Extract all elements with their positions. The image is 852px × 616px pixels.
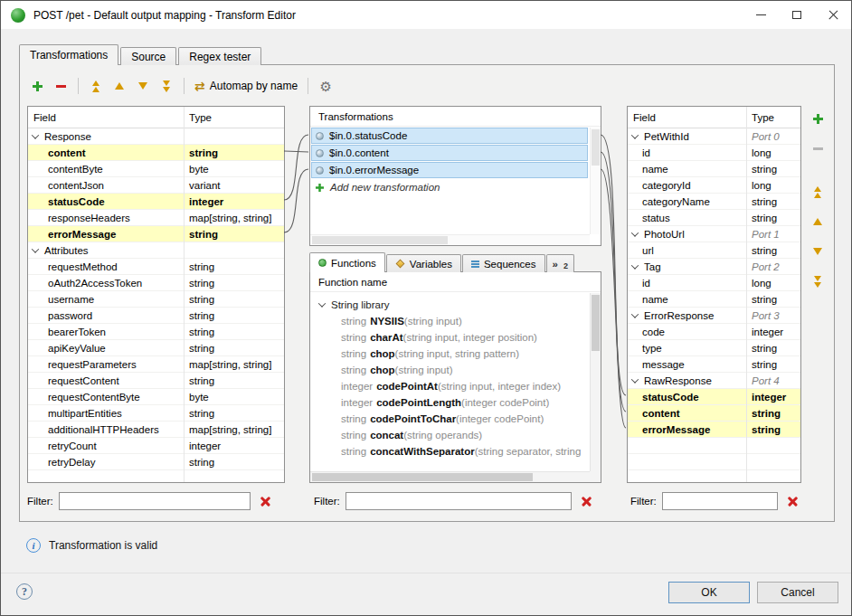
table-row[interactable]: ErrorResponsePort 3 [628,308,800,324]
table-row[interactable]: categoryIdlong [628,177,800,194]
function-item[interactable]: integercodePointAt(string input, integer… [310,378,601,394]
horizontal-scrollbar[interactable] [310,471,590,482]
expand-chevron-icon[interactable] [631,229,639,236]
table-row[interactable]: multipartEntitiesstring [28,405,284,422]
table-row[interactable]: TagPort 2 [628,259,800,275]
table-row[interactable]: additionalHTTPHeadersmap[string, string] [28,422,284,438]
table-row[interactable]: errorMessagestring [628,422,800,438]
add-new-transformation-button[interactable]: Add new transformation [310,179,601,195]
string-library-node[interactable]: String library [310,297,601,313]
expand-chevron-icon[interactable] [32,131,39,138]
move-field-up-button[interactable] [808,211,828,232]
table-row[interactable]: statusCodeinteger [628,389,800,405]
tab-transformations[interactable]: Transformations [19,44,118,65]
move-field-top-button[interactable] [808,181,828,203]
table-row[interactable]: requestMethodstring [28,259,284,275]
function-item[interactable]: stringNYSIIS(string input) [310,313,601,329]
table-row[interactable] [628,438,800,454]
table-row[interactable]: namestring [628,161,800,177]
table-row[interactable]: codeinteger [628,324,800,340]
close-button[interactable] [815,1,851,29]
clear-filter-button[interactable] [787,496,799,507]
table-row[interactable]: requestParametersmap[string, string] [28,356,284,373]
table-row[interactable]: errorMessagestring [28,226,284,242]
table-row[interactable]: contentstring [28,145,284,161]
add-output-field-button[interactable] [808,108,828,129]
table-row[interactable]: messagestring [628,356,800,373]
function-item[interactable]: stringconcatWithSeparator(string separat… [310,443,601,460]
output-filter-field[interactable] [662,492,778,510]
move-field-bottom-button[interactable] [808,270,828,292]
input-filter-field[interactable] [59,492,251,510]
help-button[interactable] [16,583,33,600]
transformation-item[interactable]: $in.0.statusCode [311,128,588,144]
function-item[interactable]: stringcharAt(string input, integer posit… [310,329,601,346]
tab-functions[interactable]: Functions [309,252,385,272]
mapping-settings-button[interactable]: ⚙ [316,75,336,97]
table-row[interactable]: contentBytebyte [28,161,284,177]
horizontal-scrollbar[interactable] [310,234,590,245]
tab-regex-tester[interactable]: Regex tester [178,47,261,65]
move-down-button[interactable] [133,75,153,97]
table-row[interactable]: usernamestring [28,291,284,308]
table-row[interactable]: idlong [628,145,800,161]
table-row[interactable]: contentJsonvariant [28,177,284,194]
cancel-button[interactable]: Cancel [757,582,838,603]
add-field-button[interactable] [27,75,47,97]
table-row[interactable]: Response [28,128,284,145]
expand-chevron-icon[interactable] [32,245,39,252]
table-row[interactable]: PetWithIdPort 0 [628,128,800,145]
move-bottom-button[interactable] [156,75,176,97]
functions-filter-field[interactable] [346,492,572,510]
minimize-button[interactable] [743,1,779,29]
function-item[interactable]: stringcodePointToChar(integer codePoint) [310,411,601,427]
table-row[interactable]: urlstring [628,242,800,259]
table-row[interactable]: requestContentstring [28,373,284,389]
table-row[interactable]: contentstring [628,405,800,422]
table-row[interactable]: PhotoUrlPort 1 [628,226,800,242]
function-item[interactable]: integercodePointLength(integer codePoint… [310,394,601,411]
table-row[interactable]: requestContentBytebyte [28,389,284,405]
table-row[interactable] [628,454,800,470]
table-row[interactable]: oAuth2AccessTokenstring [28,275,284,291]
table-row[interactable]: responseHeadersmap[string, string] [28,210,284,226]
table-row[interactable]: categoryNamestring [628,194,800,210]
function-item[interactable]: stringchop(string input) [310,362,601,378]
clear-filter-button[interactable] [581,496,592,507]
table-row[interactable]: statusCodeinteger [28,194,284,210]
table-row[interactable]: bearerTokenstring [28,324,284,340]
transformation-item[interactable]: $in.0.errorMessage [311,162,588,178]
table-row[interactable]: retryCountinteger [28,438,284,454]
expand-chevron-icon[interactable] [631,310,639,317]
remove-output-field-button[interactable] [808,137,828,159]
tab-sequences[interactable]: Sequences [462,254,545,272]
move-up-button[interactable] [109,75,129,97]
move-top-button[interactable] [86,75,106,97]
expand-chevron-icon[interactable] [318,299,326,307]
table-row[interactable]: statusstring [628,210,800,226]
table-row[interactable]: typestring [628,340,800,356]
table-row[interactable]: apiKeyValuestring [28,340,284,356]
table-row[interactable]: namestring [628,291,800,308]
vertical-scrollbar[interactable] [590,128,601,234]
tab-overflow-chevron[interactable]: »2 [546,254,574,272]
function-item[interactable]: stringchop(string input, string pattern) [310,346,601,362]
tab-variables[interactable]: Variables [386,254,461,272]
table-row[interactable]: passwordstring [28,308,284,324]
ok-button[interactable]: OK [668,582,750,603]
automap-by-name-button[interactable]: ⇄Automap by name [192,75,300,97]
table-row[interactable]: Attributes [28,242,284,259]
table-row[interactable]: RawResponsePort 4 [628,373,800,389]
clear-filter-button[interactable] [260,496,271,507]
expand-chevron-icon[interactable] [631,131,639,138]
maximize-button[interactable] [779,1,815,29]
transformation-item[interactable]: $in.0.content [311,145,588,161]
expand-chevron-icon[interactable] [631,261,639,269]
move-field-down-button[interactable] [808,241,828,262]
vertical-scrollbar[interactable] [590,293,601,471]
table-row[interactable]: retryDelaystring [28,454,284,470]
function-item[interactable]: stringconcat(string operands) [310,427,601,443]
expand-chevron-icon[interactable] [631,375,639,383]
tab-source[interactable]: Source [120,47,176,65]
remove-field-button[interactable] [51,75,71,97]
